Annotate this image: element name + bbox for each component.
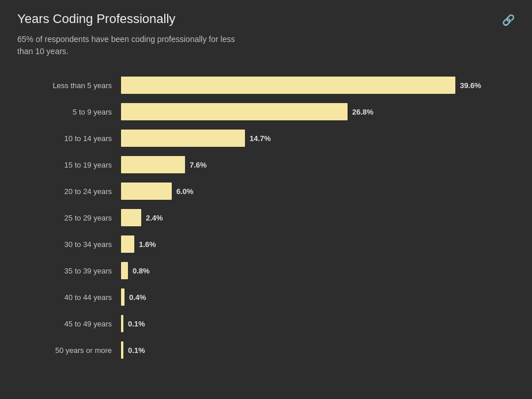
bar-fill [121, 156, 185, 173]
bar-fill [121, 130, 245, 147]
bar-label: 50 years or more [29, 346, 121, 355]
bar-track: 14.7% [121, 130, 515, 147]
bar-label: 30 to 34 years [29, 240, 121, 249]
bar-track: 0.4% [121, 288, 515, 306]
bar-label: 35 to 39 years [29, 267, 121, 275]
bar-fill [121, 183, 172, 200]
bar-value: 14.7% [250, 134, 271, 143]
bar-fill [121, 209, 141, 226]
link-icon[interactable]: 🔗 [502, 14, 515, 26]
bar-track: 1.6% [121, 235, 515, 253]
bar-fill [121, 77, 455, 94]
bar-track: 7.6% [121, 156, 515, 173]
bar-row: 10 to 14 years14.7% [29, 128, 515, 149]
bar-label: 15 to 19 years [29, 161, 121, 169]
bar-track: 0.1% [121, 315, 515, 332]
bar-row: Less than 5 years39.6% [29, 75, 515, 96]
bar-row: 20 to 24 years6.0% [29, 181, 515, 202]
bar-track: 26.8% [121, 103, 515, 120]
bar-value: 39.6% [460, 81, 481, 90]
bar-row: 15 to 19 years7.6% [29, 154, 515, 175]
bar-label: 45 to 49 years [29, 320, 121, 328]
bar-track: 0.8% [121, 262, 515, 279]
bar-track: 2.4% [121, 209, 515, 226]
bar-fill [121, 288, 124, 306]
bar-value: 6.0% [176, 187, 194, 196]
bar-fill [121, 103, 348, 120]
bar-fill [121, 315, 123, 332]
bar-row: 5 to 9 years26.8% [29, 101, 515, 122]
bar-value: 0.4% [129, 293, 146, 302]
bar-fill [121, 341, 123, 359]
bar-value: 0.8% [133, 267, 150, 275]
bar-label: 20 to 24 years [29, 187, 121, 196]
bar-row: 40 to 44 years0.4% [29, 287, 515, 307]
bar-value: 1.6% [139, 240, 156, 249]
bar-row: 50 years or more0.1% [29, 340, 515, 360]
bar-label: 40 to 44 years [29, 293, 121, 302]
bar-label: 25 to 29 years [29, 214, 121, 222]
bar-track: 6.0% [121, 183, 515, 200]
bar-label: 10 to 14 years [29, 134, 121, 143]
header: Years Coding Professionally 🔗 [17, 12, 515, 26]
bar-track: 0.1% [121, 341, 515, 359]
bar-value: 26.8% [352, 108, 373, 116]
bar-chart: Less than 5 years39.6%5 to 9 years26.8%1… [17, 75, 515, 360]
bar-label: Less than 5 years [29, 81, 121, 90]
bar-value: 0.1% [128, 346, 145, 355]
bar-value: 2.4% [146, 214, 163, 222]
bar-row: 45 to 49 years0.1% [29, 313, 515, 334]
bar-fill [121, 262, 128, 279]
bar-row: 35 to 39 years0.8% [29, 260, 515, 281]
bar-row: 25 to 29 years2.4% [29, 207, 515, 228]
bar-value: 0.1% [128, 320, 145, 328]
bar-label: 5 to 9 years [29, 108, 121, 116]
bar-row: 30 to 34 years1.6% [29, 234, 515, 254]
bar-value: 7.6% [190, 161, 207, 169]
subtitle: 65% of respondents have been coding prof… [17, 33, 248, 58]
bar-track: 39.6% [121, 77, 515, 94]
page-title: Years Coding Professionally [17, 12, 175, 26]
bar-fill [121, 235, 134, 253]
